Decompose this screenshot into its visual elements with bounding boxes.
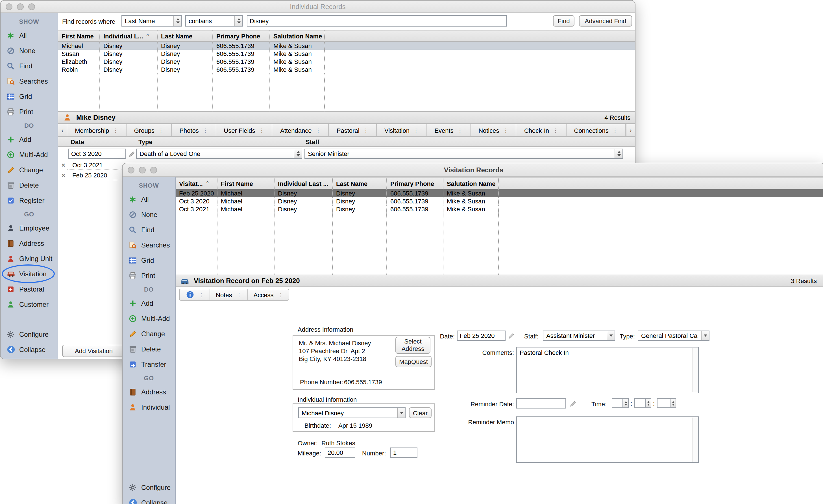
col-individual-last[interactable]: Individual L...^ [100, 30, 158, 41]
sidebar-item-all[interactable]: All [123, 191, 175, 207]
sidebar-item-print[interactable]: Print [123, 268, 175, 283]
sidebar-item-change[interactable]: Change [1, 162, 57, 177]
time-hour-stepper[interactable] [623, 398, 629, 408]
sidebar-item-visitation[interactable]: Visitation [1, 266, 57, 281]
minimize-button[interactable] [17, 3, 24, 10]
sidebar-item-configure[interactable]: Configure [1, 327, 57, 342]
tab-notices[interactable]: Notices⋮ [471, 124, 517, 136]
col-visitation-date[interactable]: Visitat...^ [176, 178, 217, 189]
find-field-select[interactable]: Last Name [122, 15, 182, 27]
select-address-button[interactable]: Select Address [395, 337, 431, 354]
sidebar-item-individual[interactable]: Individual [123, 399, 175, 415]
table-row[interactable]: Oct 3 2021MichaelDisneyDisney606.555.173… [176, 205, 823, 213]
table-row[interactable]: MichaelDisneyDisney606.555.1739Mike & Su… [58, 42, 635, 50]
comments-textarea[interactable]: Pastoral Check In [516, 347, 699, 393]
sidebar-item-address[interactable]: Address [123, 384, 175, 399]
sidebar-item-multi-add[interactable]: Multi-Add [123, 311, 175, 326]
notes-tab[interactable]: Notes⋮ [210, 289, 248, 300]
sidebar-item-grid[interactable]: Grid [123, 253, 175, 268]
col-first-name[interactable]: First Name [58, 30, 100, 41]
tab-check-in[interactable]: Check-In⋮ [517, 124, 566, 136]
table-row[interactable]: Oct 3 2020MichaelDisneyDisney606.555.173… [176, 197, 823, 205]
col-date[interactable]: Date [70, 138, 84, 145]
sidebar-item-find[interactable]: Find [1, 58, 57, 73]
col-staff[interactable]: Staff [306, 138, 319, 145]
close-button[interactable] [128, 166, 134, 173]
visitation-window-titlebar[interactable]: Visitation Records [123, 163, 823, 177]
tab-connections[interactable]: Connections⋮ [566, 124, 626, 136]
time-hour-input[interactable] [612, 398, 623, 408]
sidebar-item-multi-add[interactable]: Multi-Add [1, 147, 57, 162]
individual-window-titlebar[interactable]: Individual Records [1, 1, 635, 13]
info-tab[interactable]: ⋮ [180, 289, 210, 300]
sidebar-item-transfer[interactable]: Transfer [123, 356, 175, 372]
col-first-name[interactable]: First Name [217, 178, 275, 189]
sidebar-item-customer[interactable]: Customer [1, 297, 57, 312]
table-row[interactable]: RobinDisneyDisney606.555.1739Mike & Susa… [58, 65, 635, 73]
find-operator-select[interactable]: contains [185, 15, 243, 27]
reminder-date-input[interactable] [516, 398, 566, 408]
number-input[interactable]: 1 [390, 448, 418, 458]
tab-groups[interactable]: Groups⋮ [127, 124, 172, 136]
edit-pen-icon[interactable] [569, 399, 577, 409]
zoom-button[interactable] [150, 166, 157, 173]
table-row[interactable]: Feb 25 2020MichaelDisneyDisney606.555.17… [176, 189, 823, 197]
sidebar-item-delete[interactable]: Delete [1, 177, 57, 193]
sidebar-item-pastoral[interactable]: Pastoral [1, 281, 57, 297]
tab-attendance[interactable]: Attendance⋮ [273, 124, 329, 136]
sidebar-item-none[interactable]: None [1, 43, 57, 58]
access-tab[interactable]: Access⋮ [248, 289, 289, 300]
col-type[interactable]: Type [138, 138, 153, 145]
sidebar-item-add[interactable]: Add [1, 132, 57, 147]
type-select[interactable]: General Pastoral Ca [638, 331, 709, 341]
col-salutation-name[interactable]: Salutation Name [270, 30, 325, 41]
staff-select[interactable]: Assistant Minister [543, 331, 615, 341]
individual-select[interactable]: Michael Disney [298, 407, 405, 418]
find-search-input[interactable]: Disney [247, 15, 507, 27]
add-visitation-button[interactable]: Add Visitation [62, 345, 125, 357]
zoom-button[interactable] [28, 3, 35, 10]
edit-pen-icon[interactable] [508, 332, 515, 342]
tab-pastoral[interactable]: Pastoral⋮ [329, 124, 377, 136]
visitation-staff-select[interactable]: Senior Minister [305, 149, 623, 159]
sidebar-item-delete[interactable]: Delete [123, 341, 175, 356]
tab-visitation[interactable]: Visitation⋮ [377, 124, 427, 136]
row-delete-icon[interactable]: × [61, 172, 65, 179]
scrollbar-track[interactable] [692, 417, 698, 462]
close-button[interactable] [6, 3, 12, 10]
time-minute-stepper[interactable] [646, 398, 651, 408]
sidebar-item-grid[interactable]: Grid [1, 89, 57, 104]
time-ampm-stepper[interactable] [670, 398, 676, 408]
col-salutation-name[interactable]: Salutation Name [444, 178, 499, 189]
sidebar-item-searches[interactable]: Searches [1, 73, 57, 89]
mileage-input[interactable]: 20.00 [325, 448, 355, 458]
sidebar-item-change[interactable]: Change [123, 326, 175, 341]
table-row[interactable]: ElizabethDisneyDisney606.555.1739Mike & … [58, 58, 635, 65]
find-button[interactable]: Find [553, 15, 574, 27]
minimize-button[interactable] [139, 166, 146, 173]
sidebar-item-collapse[interactable]: Collapse [123, 495, 175, 504]
tab-scroll-left-button[interactable]: ‹ [58, 124, 67, 136]
sidebar-item-register[interactable]: Register [1, 193, 57, 208]
sidebar-item-find[interactable]: Find [123, 222, 175, 237]
visitation-type-select[interactable]: Death of a Loved One [136, 149, 302, 159]
reminder-memo-textarea[interactable] [516, 416, 699, 463]
table-row[interactable]: SusanDisneyDisney606.555.1739Mike & Susa… [58, 50, 635, 58]
clear-button[interactable]: Clear [409, 407, 432, 418]
sidebar-item-address[interactable]: Address [1, 235, 57, 251]
sidebar-item-employee[interactable]: Employee [1, 220, 57, 235]
tab-membership[interactable]: Membership⋮ [67, 124, 127, 136]
scrollbar-track[interactable] [692, 348, 698, 392]
sidebar-item-searches[interactable]: Searches [123, 237, 175, 253]
tab-events[interactable]: Events⋮ [427, 124, 471, 136]
col-individual-last[interactable]: Individual Last ... [275, 178, 333, 189]
col-primary-phone[interactable]: Primary Phone [387, 178, 444, 189]
sidebar-item-add[interactable]: Add [123, 296, 175, 311]
tab-user-fields[interactable]: User Fields⋮ [216, 124, 273, 136]
mapquest-button[interactable]: MapQuest [395, 356, 432, 367]
edit-pen-icon[interactable] [128, 150, 136, 160]
advanced-find-button[interactable]: Advanced Find [579, 15, 632, 27]
time-ampm-input[interactable] [657, 398, 670, 408]
col-primary-phone[interactable]: Primary Phone [213, 30, 270, 41]
sidebar-item-configure[interactable]: Configure [123, 480, 175, 495]
